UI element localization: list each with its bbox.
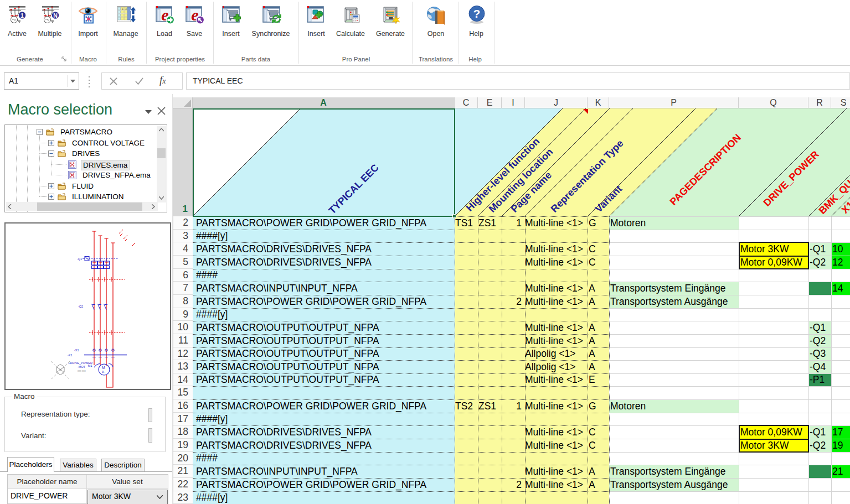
svg-text:-MOT: -MOT [78,365,86,368]
svg-text:-Q1: -Q1 [77,257,82,261]
svg-text:3~: 3~ [102,370,105,373]
svg-text:-Q2: -Q2 [78,305,83,308]
svg-text:3: 3 [125,7,127,11]
svg-text:-M1: -M1 [87,364,92,367]
svg-text:1: 1 [20,12,24,19]
svg-text:1: 1 [122,7,123,11]
svg-text:-X1: -X1 [68,354,73,357]
svg-text:xxx xxx: xxx xxx [78,370,86,372]
svg-text:N: N [53,12,58,19]
svg-text:M: M [102,366,105,370]
svg-text:?: ? [473,7,481,20]
svg-text:-X1: -X1 [74,349,79,352]
